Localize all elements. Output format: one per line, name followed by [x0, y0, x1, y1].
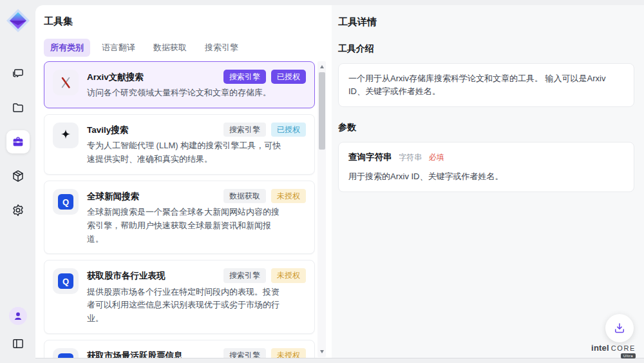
tool-card[interactable]: Q 获取股市各行业表现 搜索引擎 未授权 提供股票市场各个行业在特定时间段内的表… — [44, 260, 315, 334]
category-badge: 搜索引擎 — [223, 348, 266, 358]
param-name: 查询字符串 — [348, 152, 392, 162]
tool-card[interactable]: Q 全球新闻搜索 数据获取 未授权 全球新闻搜索是一个聚合全球各大新闻网站内容的… — [44, 181, 315, 255]
tool-description: 提供股票市场各个行业在特定时间段内的表现。投资者可以利用这些信息来识别表现优于或… — [87, 286, 281, 326]
scrollbar[interactable] — [317, 61, 326, 357]
svg-text:Q: Q — [62, 197, 69, 207]
scrollbar-down-arrow-icon[interactable] — [317, 348, 326, 356]
global-news-icon: Q — [53, 189, 79, 215]
toolbox-icon — [11, 135, 25, 149]
auth-status-badge: 未授权 — [271, 348, 306, 358]
category-badge: 搜索引擎 — [223, 123, 266, 137]
download-button[interactable] — [605, 314, 634, 342]
category-badge: 搜索引擎 — [223, 268, 266, 282]
tool-name: Tavily搜索 — [87, 123, 218, 136]
intro-heading: 工具介绍 — [338, 43, 634, 55]
svg-text:Q: Q — [62, 277, 69, 286]
tavily-star-icon — [53, 123, 79, 148]
param-required-badge: 必填 — [429, 153, 444, 162]
global-news-icon: Q — [53, 348, 79, 358]
app-window: 工具集 所有类别语言翻译数据获取搜索引擎 Arxiv文献搜索 搜索引擎 已授权 … — [35, 5, 644, 358]
sidebar-item-folder[interactable] — [6, 96, 30, 119]
tools-panel: 工具集 所有类别语言翻译数据获取搜索引擎 Arxiv文献搜索 搜索引擎 已授权 … — [35, 5, 332, 358]
auth-status-badge: 未授权 — [271, 189, 306, 203]
tab-所有类别[interactable]: 所有类别 — [44, 39, 90, 57]
sidebar-item-chat[interactable] — [6, 62, 30, 85]
tool-details-panel: 工具详情 工具介绍 一个用于从Arxiv存储库搜索科学论文和文章的工具。 输入可… — [332, 5, 644, 358]
intel-core-text: CORE — [611, 344, 636, 352]
sidebar-item-toolbox[interactable] — [6, 130, 30, 153]
intel-brand-text: intel — [591, 343, 609, 353]
cube-icon — [11, 169, 25, 183]
param-type: 字符串 — [399, 153, 422, 162]
folder-icon — [11, 101, 25, 115]
category-badge: 数据获取 — [223, 189, 266, 203]
tool-description: 访问各个研究领域大量科学论文和文章的存储库。 — [87, 86, 281, 100]
sidebar-item-panel-toggle[interactable] — [8, 334, 28, 353]
scrollbar-thumb[interactable] — [319, 72, 325, 150]
intel-core-logo: intel CORE Ultra — [591, 343, 636, 358]
auth-status-badge: 未授权 — [271, 268, 306, 282]
tool-name: Arxiv文献搜索 — [87, 70, 218, 83]
auth-status-badge: 已授权 — [271, 123, 306, 137]
param-box: 查询字符串 字符串 必填 用于搜索的Arxiv ID、关键字或作者姓名。 — [338, 142, 634, 192]
tool-card[interactable]: Arxiv文献搜索 搜索引擎 已授权 访问各个研究领域大量科学论文和文章的存储库… — [44, 61, 315, 108]
panel-toggle-icon — [11, 337, 25, 351]
tool-card[interactable]: Q 获取市场最活跃股票信息 搜索引擎 未授权 提供当天交易量最高的股票列表，投资… — [44, 340, 315, 358]
details-title: 工具详情 — [338, 16, 634, 28]
arxiv-logo-icon — [53, 70, 79, 95]
download-icon — [612, 321, 627, 335]
auth-status-badge: 已授权 — [271, 70, 306, 84]
sidebar-item-gear[interactable] — [6, 199, 30, 222]
tool-description: 全球新闻搜索是一个聚合全球各大新闻网站内容的搜索引擎，帮助用户快速获取全球最新资… — [87, 206, 281, 246]
tab-搜索引擎[interactable]: 搜索引擎 — [198, 39, 245, 57]
page-title: 工具集 — [44, 15, 323, 28]
scrollbar-up-arrow-icon[interactable] — [317, 63, 326, 71]
app-logo-icon — [5, 8, 31, 34]
intel-ultra-badge: Ultra — [621, 353, 636, 358]
tab-数据获取[interactable]: 数据获取 — [147, 39, 193, 57]
params-heading: 参数 — [338, 122, 634, 133]
user-avatar[interactable] — [9, 307, 27, 325]
gear-icon — [11, 203, 25, 217]
param-header: 查询字符串 字符串 必填 — [348, 151, 624, 164]
tab-语言翻译[interactable]: 语言翻译 — [95, 39, 142, 57]
tool-name: 全球新闻搜索 — [87, 189, 218, 202]
param-description: 用于搜索的Arxiv ID、关键字或作者姓名。 — [348, 170, 624, 183]
avatar-icon — [12, 310, 24, 322]
category-badge: 搜索引擎 — [223, 70, 266, 84]
tool-name: 获取市场最活跃股票信息 — [87, 348, 218, 358]
global-news-icon: Q — [53, 268, 79, 294]
tool-card-list: Arxiv文献搜索 搜索引擎 已授权 访问各个研究领域大量科学论文和文章的存储库… — [44, 61, 315, 358]
chat-icon — [11, 66, 25, 81]
category-tabs: 所有类别语言翻译数据获取搜索引擎 — [44, 39, 323, 57]
sidebar-item-cube[interactable] — [6, 164, 30, 188]
tool-name: 获取股市各行业表现 — [87, 268, 218, 282]
intro-box: 一个用于从Arxiv存储库搜索科学论文和文章的工具。 输入可以是Arxiv ID… — [338, 63, 634, 107]
svg-text:Q: Q — [62, 357, 69, 358]
tool-description: 专为人工智能代理 (LLM) 构建的搜索引擎工具，可快速提供实时、准确和真实的结… — [87, 139, 281, 166]
tool-card[interactable]: Tavily搜索 搜索引擎 已授权 专为人工智能代理 (LLM) 构建的搜索引擎… — [44, 114, 315, 175]
tools-panel-header: 工具集 所有类别语言翻译数据获取搜索引擎 — [35, 5, 332, 57]
left-icon-rail — [0, 0, 35, 358]
